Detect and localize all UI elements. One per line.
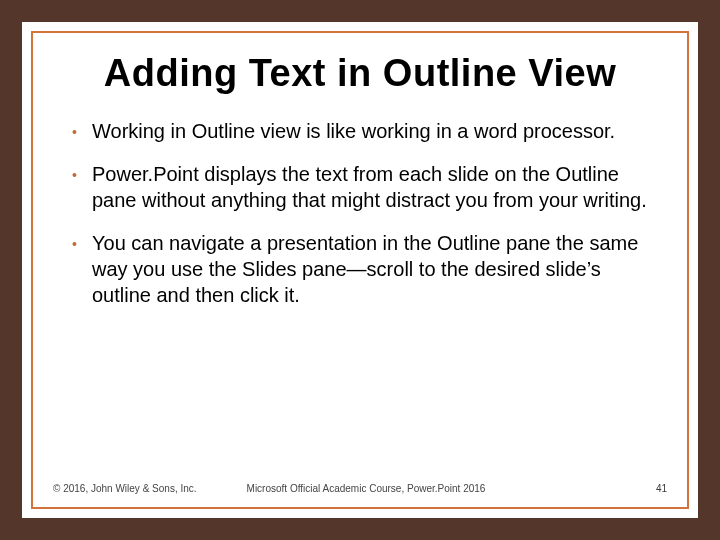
slide-frame: Adding Text in Outline View Working in O… [0,0,720,540]
bullet-text: You can navigate a presentation in the O… [92,231,648,308]
list-item: You can navigate a presentation in the O… [72,231,648,308]
list-item: Power.Point displays the text from each … [72,162,648,213]
list-item: Working in Outline view is like working … [72,119,648,145]
slide-title: Adding Text in Outline View [58,52,662,95]
bullet-list: Working in Outline view is like working … [72,119,648,309]
bullet-icon [72,162,92,182]
bullet-text: Power.Point displays the text from each … [92,162,648,213]
bullet-icon [72,119,92,139]
bullet-text: Working in Outline view is like working … [92,119,648,145]
slide-content: Adding Text in Outline View Working in O… [22,22,698,518]
bullet-icon [72,231,92,251]
slide-card: Adding Text in Outline View Working in O… [22,22,698,518]
